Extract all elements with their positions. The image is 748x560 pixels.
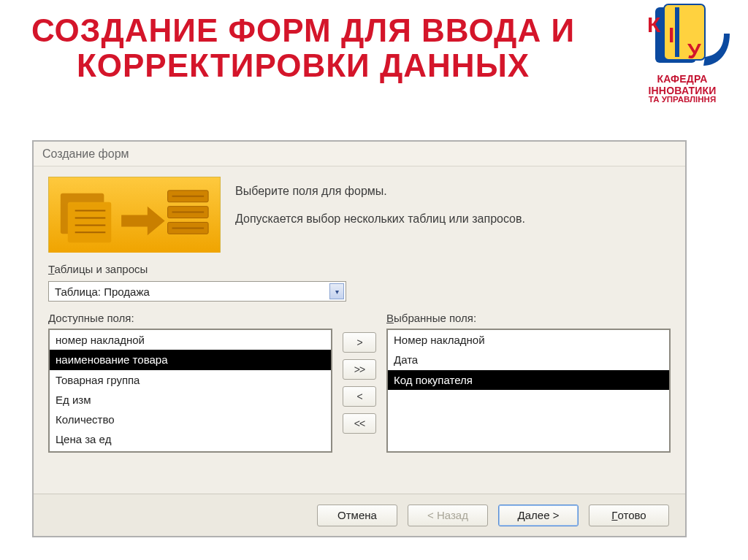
list-item[interactable]: Код покупателя xyxy=(388,370,669,390)
svg-rect-2 xyxy=(675,7,679,57)
field-move-buttons: > >> < << xyxy=(343,332,376,434)
svg-rect-8 xyxy=(68,202,111,243)
list-item[interactable]: Товарная группа xyxy=(50,370,331,390)
add-all-fields-button[interactable]: >> xyxy=(343,359,376,380)
list-item[interactable]: номер накладной xyxy=(50,330,331,350)
svg-text:І: І xyxy=(668,23,674,47)
wizard-instructions: Выберите поля для формы. Допускается выб… xyxy=(235,177,525,237)
dialog-button-bar: Отмена < Назад Далее > Готово xyxy=(34,494,685,536)
dialog-title: Создание форм xyxy=(34,142,685,166)
list-item[interactable]: Ед изм xyxy=(50,390,331,410)
back-button[interactable]: < Назад xyxy=(408,505,488,526)
next-button[interactable]: Далее > xyxy=(498,505,579,526)
list-item[interactable]: Номер накладной xyxy=(388,330,669,350)
svg-text:У: У xyxy=(687,39,701,63)
dialog-body: Выберите поля для формы. Допускается выб… xyxy=(34,166,685,453)
slide-title: СОЗДАНИЕ ФОРМ ДЛЯ ВВОДА И КОРРЕКТИРОВКИ … xyxy=(0,13,606,84)
combo-dropdown-button[interactable]: ▾ xyxy=(329,283,344,299)
tables-queries-combo[interactable]: Таблица: Продажа ▾ xyxy=(48,281,346,302)
available-fields-label: Доступные поля: xyxy=(48,312,332,324)
combo-value: Таблица: Продажа xyxy=(55,285,150,298)
tables-queries-label: Таблицы и запросы xyxy=(48,263,671,275)
svg-text:К: К xyxy=(647,12,661,37)
add-field-button[interactable]: > xyxy=(343,332,376,353)
selected-fields-listbox[interactable]: Номер накладнойДатаКод покупателя xyxy=(386,329,671,453)
list-item[interactable]: Количество xyxy=(50,410,331,429)
finish-button[interactable]: Готово xyxy=(589,505,669,526)
list-item[interactable]: наименование товара xyxy=(50,350,331,369)
list-item[interactable]: Цена за ед xyxy=(50,429,331,449)
logo-graphic: К І У xyxy=(635,3,730,73)
logo-caption-2: ТА УПРАВЛІННЯ xyxy=(624,95,741,104)
remove-all-fields-button[interactable]: << xyxy=(343,413,376,434)
selected-fields-label: Выбранные поля: xyxy=(386,312,671,324)
logo-caption-1: КАФЕДРА ІННОВАТИКИ xyxy=(624,73,741,96)
instruction-line-1: Выберите поля для формы. xyxy=(235,181,525,202)
chevron-down-icon: ▾ xyxy=(335,288,339,296)
cancel-button[interactable]: Отмена xyxy=(317,505,397,526)
remove-field-button[interactable]: < xyxy=(343,386,376,407)
list-item[interactable]: Дата xyxy=(388,350,669,369)
available-fields-listbox[interactable]: номер накладнойнаименование товараТоварн… xyxy=(48,329,332,453)
instruction-line-2: Допускается выбор нескольких таблиц или … xyxy=(235,209,525,229)
wizard-hero-image xyxy=(48,177,221,253)
form-wizard-dialog: Создание форм xyxy=(32,140,687,537)
institution-logo: К І У КАФЕДРА ІННОВАТИКИ ТА УПРАВЛІННЯ xyxy=(624,3,741,104)
